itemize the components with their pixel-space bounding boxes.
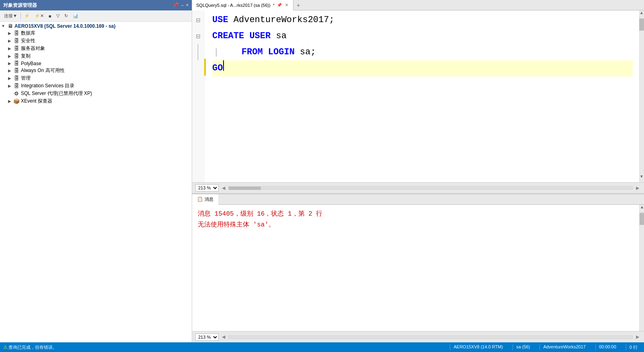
panel-header: 对象资源管理器 📌 － × — [0, 0, 192, 10]
hscrollbar-track[interactable] — [228, 186, 633, 189]
polybase-label: PolyBase — [20, 61, 41, 66]
root-label: AERO15XV8 (SQL Server 14.0.1000.169 - sa… — [14, 23, 115, 29]
results-vscrollbar[interactable]: ▲ — [639, 205, 644, 331]
connect-button[interactable]: 连接▼ — [2, 12, 19, 20]
replication-icon: 🗄 — [13, 53, 20, 59]
tree-item-always-on[interactable]: ▶ 🗄 Always On 高可用性 — [0, 67, 192, 74]
status-user: sa (56) — [513, 344, 533, 350]
minimize-btn[interactable]: － — [180, 2, 185, 8]
xevent-icon: 📦 — [13, 98, 20, 104]
kw-go: GO — [212, 60, 223, 76]
code-adventureworks: AdventureWorks2017; — [228, 12, 334, 28]
expander-security: ▶ — [6, 39, 13, 43]
tree-item-server-objects[interactable]: ▶ 🗄 服务器对象 — [0, 45, 192, 52]
status-database: AdventureWorks2017 — [539, 344, 589, 350]
databases-label: 数据库 — [20, 30, 35, 37]
stop-btn[interactable]: ⚡✕ — [33, 12, 45, 19]
fold-2[interactable]: ⊟ — [192, 28, 204, 44]
pin-btn[interactable]: 📌 — [173, 2, 178, 8]
always-on-label: Always On 高可用性 — [20, 67, 65, 74]
tab-close-button[interactable]: ✕ — [284, 3, 289, 7]
tree-root[interactable]: ▼ 🖥 AERO15XV8 (SQL Server 14.0.1000.169 … — [0, 23, 192, 29]
expander-databases: ▶ — [6, 31, 13, 35]
status-right-section: AERO15XV8 (14.0 RTM) sa (56) AdventureWo… — [450, 344, 641, 350]
code-line-4: GO — [212, 60, 633, 76]
reports-btn[interactable]: 📊 — [71, 12, 80, 19]
status-server: AERO15XV8 (14.0 RTM) — [450, 344, 506, 350]
expander-management: ▶ — [6, 76, 13, 80]
hscrollbar-thumb[interactable] — [229, 187, 261, 190]
toolbar-divider-1 — [21, 13, 21, 19]
results-content-wrapper: 消息 15405，级别 16，状态 1，第 2 行 无法使用特殊主体 'sa'。… — [192, 205, 644, 331]
tree-item-management[interactable]: ▶ 🗄 管理 — [0, 74, 192, 82]
tree-item-replication[interactable]: ▶ 🗄 复制 — [0, 52, 192, 60]
object-explorer-toolbar: 连接▼ ⚡ ⚡✕ ■ ▽ ↻ 📊 — [0, 10, 192, 22]
security-label: 安全性 — [20, 37, 35, 44]
always-on-icon: 🗄 — [13, 68, 20, 74]
results-tab-messages[interactable]: 📋 消息 — [192, 194, 218, 205]
fold-3 — [192, 44, 204, 60]
server-icon: 🖥 — [6, 23, 14, 29]
tree-item-integration-services[interactable]: ▶ 🗄 Integration Services 目录 — [0, 82, 192, 90]
tree-item-security[interactable]: ▶ 🗄 安全性 — [0, 37, 192, 45]
code-vscrollbar[interactable]: ▲ ▼ — [639, 10, 644, 182]
code-sa-2: sa; — [295, 44, 316, 60]
results-scroll-right[interactable]: ▶ — [634, 334, 641, 340]
code-line-1: USE AdventureWorks2017; — [212, 12, 633, 28]
refresh-btn[interactable]: ↻ — [63, 12, 70, 19]
close-btn[interactable]: × — [186, 2, 189, 8]
scroll-thumb[interactable] — [639, 19, 644, 31]
tree-item-sql-agent[interactable]: ⚙ SQL Server 代理(已禁用代理 XP) — [0, 90, 192, 97]
tree-item-xevent[interactable]: ▶ 📦 XEvent 探查器 — [0, 97, 192, 105]
tree-item-polybase[interactable]: ▶ 🗄 PolyBase — [0, 60, 192, 67]
results-zoom-bar: 213 % 100 % ◀ ▶ — [192, 331, 644, 342]
expander-integration-services: ▶ — [6, 84, 13, 88]
panel-title: 对象资源管理器 — [3, 2, 37, 9]
tab-dirty-marker: * — [273, 3, 275, 8]
error-message-line2: 无法使用特殊主体 'sa'。 — [198, 220, 634, 231]
code-line-2: CREATE USER sa — [212, 28, 633, 44]
root-expander: ▼ — [0, 24, 6, 28]
fold-1[interactable]: ⊟ — [192, 12, 204, 28]
results-panel: 📋 消息 消息 15405，级别 16，状态 1，第 2 行 无法使用特殊主体 … — [192, 193, 644, 342]
code-editor[interactable]: ⊟ ⊟ USE AdventureWorks2017; — [192, 10, 644, 182]
server-objects-label: 服务器对象 — [20, 45, 45, 52]
code-content[interactable]: USE AdventureWorks2017; CREATE USER sa │… — [206, 10, 639, 182]
xevent-label: XEvent 探查器 — [20, 98, 52, 105]
add-tab-button[interactable]: + — [293, 0, 303, 10]
line-indicator-bar — [204, 10, 206, 182]
expander-xevent: ▶ — [6, 99, 13, 103]
active-tab[interactable]: SQLQuery5.sql - A...rks2017 (sa (56)) * … — [192, 0, 293, 10]
results-scroll-up[interactable]: ▲ — [640, 205, 644, 213]
management-icon: 🗄 — [13, 75, 20, 81]
fold-4 — [192, 60, 204, 76]
expander-replication: ▶ — [6, 54, 13, 58]
scroll-down-arrow[interactable]: ▼ — [639, 174, 644, 182]
scroll-right-btn[interactable]: ▶ — [634, 185, 641, 191]
results-scroll-thumb[interactable] — [640, 213, 644, 225]
results-scroll-left[interactable]: ◀ — [220, 334, 227, 340]
filter-btn[interactable]: ▽ — [55, 12, 61, 19]
tree-item-databases[interactable]: ▶ 🗄 数据库 — [0, 29, 192, 37]
sql-agent-icon: ⚙ — [13, 91, 20, 97]
expander-server-objects: ▶ — [6, 46, 13, 51]
scroll-up-arrow[interactable]: ▲ — [639, 10, 644, 19]
editor-tab-bar: SQLQuery5.sql - A...rks2017 (sa (56)) * … — [192, 0, 644, 10]
warning-icon: ⚠ — [3, 344, 8, 350]
zoom-select[interactable]: 213 % 100 % 150 % — [195, 184, 219, 191]
results-zoom-select[interactable]: 213 % 100 % — [195, 333, 219, 341]
scroll-left-btn[interactable]: ◀ — [220, 185, 227, 191]
sql-agent-label: SQL Server 代理(已禁用代理 XP) — [20, 90, 92, 97]
server-objects-icon: 🗄 — [13, 45, 20, 51]
results-hscrollbar[interactable] — [228, 336, 633, 339]
new-query-btn[interactable]: ⚡ — [23, 12, 31, 19]
kw-from-login: FROM LOGIN — [220, 44, 295, 60]
tab-label: SQLQuery5.sql - A...rks2017 (sa (56)) — [196, 3, 271, 8]
code-margin: ⊟ ⊟ — [192, 10, 204, 182]
tab-pin-icon[interactable]: 📌 — [277, 3, 282, 7]
integration-services-icon: 🗄 — [13, 83, 20, 89]
editor-area: ⊟ ⊟ USE AdventureWorks2017; — [192, 10, 644, 342]
panel-controls: 📌 － × — [173, 2, 189, 8]
kw-use: USE — [212, 12, 228, 28]
pause-btn[interactable]: ■ — [47, 13, 53, 19]
